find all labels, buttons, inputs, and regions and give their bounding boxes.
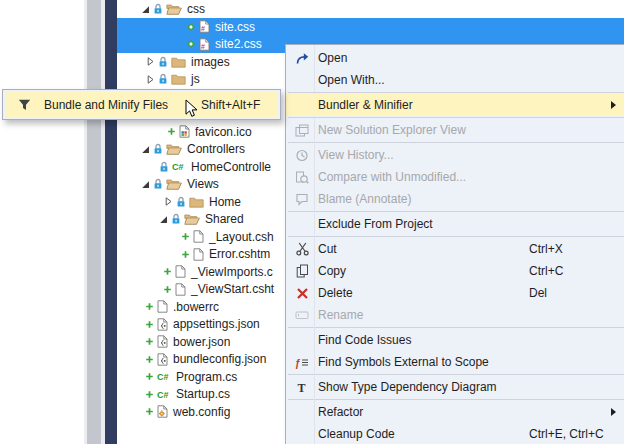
tree-item-label: site2.css [215, 37, 262, 51]
lock-icon [176, 196, 186, 208]
tree-item-label: bundleconfig.json [173, 352, 266, 366]
menu-item-view-history: View History... [286, 144, 624, 166]
tree-item-label: Startup.cs [176, 387, 230, 401]
expander-open-icon[interactable] [141, 180, 150, 189]
menu-item-copy[interactable]: CopyCtrl+C [286, 260, 624, 282]
lock-icon [171, 213, 181, 225]
lock-icon [158, 56, 168, 68]
plus-badge-icon [163, 285, 172, 294]
lock-icon [159, 161, 169, 173]
menu-item-bundler-minifier[interactable]: Bundler & Minifier [286, 94, 624, 116]
plus-badge-icon [145, 372, 154, 381]
menu-item-shortcut: Ctrl+C [529, 264, 563, 278]
menu-item-shortcut: Del [529, 286, 547, 300]
svg-text:C#: C# [157, 390, 169, 400]
tree-item-label: _Layout.csh [209, 230, 274, 244]
tree-item-label: web.config [173, 405, 230, 419]
menu-item-new-solution-explorer-view: New Solution Explorer View [286, 119, 624, 141]
menu-separator [288, 117, 624, 118]
expander-open-icon[interactable] [159, 215, 168, 224]
tree-item-label: bower.json [173, 335, 230, 349]
tree-item-label: _ViewStart.csht [191, 282, 274, 296]
tree-item-label: Controllers [187, 142, 245, 156]
menu-item-rename: Rename [286, 304, 624, 326]
csharp-file-icon: C# [172, 161, 186, 172]
lock-icon [158, 73, 168, 85]
mouse-cursor [185, 99, 198, 118]
menu-item-cut[interactable]: CutCtrl+X [286, 238, 624, 260]
menu-separator [288, 92, 624, 93]
menu-item-label: Cleanup Code [318, 427, 395, 441]
tree-item-label: js [191, 72, 200, 86]
menu-item-refactor[interactable]: Refactor [286, 401, 624, 423]
menu-item-blame-annotate: Blame (Annotate) [286, 188, 624, 210]
tree-item-css[interactable]: css [117, 1, 624, 19]
menu-item-label: Blame (Annotate) [318, 192, 411, 206]
compare-icon [292, 166, 312, 188]
menu-item-delete[interactable]: DeleteDel [286, 282, 624, 304]
diamond-badge-icon [186, 22, 196, 32]
menu-item-find-code-issues[interactable]: Find Code Issues [286, 329, 624, 351]
menu-item-shortcut: Ctrl+X [529, 242, 563, 256]
lock-icon [153, 143, 163, 155]
folder-open-icon [166, 3, 182, 15]
menu-item-open-with[interactable]: Open With... [286, 69, 624, 91]
expander-open-icon[interactable] [141, 145, 150, 154]
folder-icon [171, 73, 186, 85]
menu-item-bundle-and-minify-files[interactable]: Bundle and Minify Files Shift+Alt+F [5, 92, 278, 117]
diamond-badge-icon [186, 39, 196, 49]
menu-item-label: Show Type Dependency Diagram [318, 380, 497, 394]
menu-item-compare-with-unmodified: Compare with Unmodified... [286, 166, 624, 188]
tree-item-site-css[interactable]: #site.css [117, 18, 624, 36]
menu-separator [288, 327, 624, 328]
tree-item-label: Error.cshtm [209, 247, 270, 261]
tree-item-label: images [191, 55, 230, 69]
window-edge-bar [105, 0, 117, 444]
menu-item-find-symbols-external-to-scope[interactable]: ƒFind Symbols External to Scope [286, 351, 624, 373]
menu-item-label: Open [318, 51, 347, 65]
csharp-file-icon: C# [157, 389, 171, 400]
menu-item-label: Bundler & Minifier [318, 98, 413, 112]
json-file-icon [157, 318, 168, 331]
menu-item-cleanup-code[interactable]: Cleanup CodeCtrl+E, Ctrl+C [286, 423, 624, 444]
copy-icon [292, 260, 312, 282]
folder-icon [171, 56, 186, 68]
expander-closed-icon[interactable] [146, 75, 155, 84]
expander-closed-icon[interactable] [164, 197, 173, 206]
menu-item-label: Exclude From Project [318, 217, 433, 231]
config-file-icon [157, 405, 168, 418]
filter-icon [18, 99, 31, 111]
page-file-icon [175, 265, 186, 278]
menu-item-show-type-dependency-diagram[interactable]: TShow Type Dependency Diagram [286, 376, 624, 398]
menu-item-label: Copy [318, 264, 346, 278]
visual-studio-solution-explorer: css#site.css#site2.cssimagesjsfavicon.ic… [0, 0, 624, 444]
menu-item-label: Bundle and Minify Files [44, 98, 168, 112]
page-file-icon [193, 230, 204, 243]
menu-item-exclude-from-project[interactable]: Exclude From Project [286, 213, 624, 235]
scrollbar-track[interactable] [87, 0, 101, 444]
plus-badge-icon [145, 302, 154, 311]
menu-item-open[interactable]: Open [286, 47, 624, 69]
menu-item-label: Find Symbols External to Scope [318, 355, 489, 369]
svg-text:T: T [297, 381, 305, 394]
folder-open-icon [184, 213, 200, 225]
menu-item-shortcut: Ctrl+E, Ctrl+C [529, 427, 604, 441]
menu-item-shortcut: Shift+Alt+F [201, 98, 260, 112]
tree-item-label: Shared [205, 212, 244, 226]
new-view-icon [292, 119, 312, 141]
lock-icon [153, 3, 163, 15]
menu-item-label: View History... [318, 148, 394, 162]
menu-item-label: Cut [318, 242, 337, 256]
expander-open-icon[interactable] [141, 5, 150, 14]
expander-closed-icon[interactable] [146, 57, 155, 66]
folder-open-icon [166, 178, 182, 190]
menu-item-label: New Solution Explorer View [318, 123, 466, 137]
context-menu: OpenOpen With...Bundler & MinifierNew So… [285, 44, 624, 444]
menu-separator [288, 211, 624, 212]
tree-item-label: _ViewImports.c [191, 265, 273, 279]
ico-file-icon [179, 125, 190, 138]
tree-item-label: .bowerrc [173, 300, 219, 314]
tree-item-label: appsettings.json [173, 317, 260, 331]
blame-icon [292, 188, 312, 210]
json-file-icon [157, 335, 168, 348]
